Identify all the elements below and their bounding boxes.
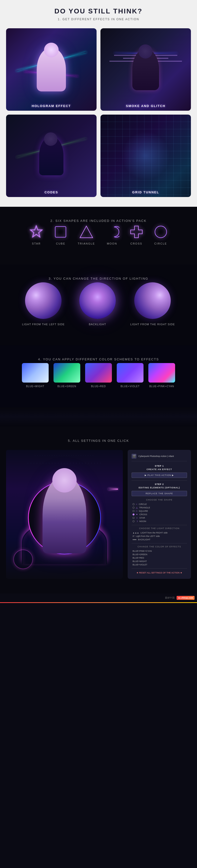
color-option-3: BLUE+RED (131, 556, 187, 560)
effect-hologram: HOLOGRAM EFFECT (6, 28, 96, 111)
panel-step1: STEP 1 (131, 465, 187, 467)
color-option-5: BLUE+VIOLET (131, 563, 187, 566)
photo-person (43, 475, 86, 554)
swatch-blue-pink-cyan-preview (148, 363, 175, 382)
swatch-blue-red-label: BLUE+RED (91, 385, 106, 388)
radio-circle[interactable] (132, 503, 134, 505)
settings-panel: 🎬 Cyberpunk Photoshop Action | Atlant ST… (128, 450, 191, 579)
circle-icon (154, 224, 168, 239)
effect-hologram-label: HOLOGRAM EFFECT (6, 104, 96, 108)
color-swatches: BLUE+WIGHT BLUE+GREEN BLUE+RED BLUE+VIOL… (7, 363, 190, 388)
sphere-back-label: BACKLIGHT (89, 323, 106, 326)
cube-icon (53, 224, 68, 239)
cube-label: CUBE (56, 242, 66, 245)
radio-triangle[interactable] (132, 507, 134, 508)
panel-step2: STEP 2 (131, 483, 187, 486)
sphere-left (25, 282, 62, 319)
shape-option-star: ☆ STAR (131, 516, 187, 520)
photo-content: · · · · · · · · · · · · · · · · · · · · … (6, 450, 123, 579)
swatch-blue-violet-label: BLUE+VIOLET (121, 385, 140, 388)
svg-point-3 (155, 226, 167, 238)
shape-triangle-item: TRIANGLE (78, 224, 95, 245)
shapes-section-number: 2. SIX SHAPES ARE INCLUDED IN ACTION'S P… (7, 219, 190, 223)
effect-smoke-label: SMOKE AND GLITCH (101, 104, 191, 108)
watermark: 素材中国 sc.chinaz.com (0, 593, 197, 602)
swatch-blue-red: BLUE+RED (85, 363, 112, 388)
swatch-blue-white-label: BLUE+WIGHT (26, 385, 44, 388)
moon-icon (105, 224, 119, 239)
shapes-row: STAR CUBE TRIANGLE MOON (7, 224, 190, 245)
shape-option-circle: ○ CIRCLE (131, 502, 187, 506)
section-colors: 4. YOU CAN APPLY DIFFERENT COLOR SCHEMES… (0, 345, 197, 407)
shape-star-item: STAR (29, 224, 43, 245)
circle-label: CIRCLE (154, 242, 167, 245)
radio-star[interactable] (132, 517, 134, 519)
triangle-label: TRIANGLE (78, 242, 95, 245)
panel-divider-3 (131, 543, 187, 544)
play-action-button[interactable]: ▶ PLAY THIS ACTION ▶ (131, 472, 187, 478)
light-option-back: ●●● BACKLIGHT (131, 538, 187, 541)
swatch-blue-pink-cyan-label: BLUE+PINK+CYAN (149, 385, 174, 388)
settings-container: · · · · · · · · · · · · · · · · · · · · … (6, 450, 191, 579)
shape-option-cross: ✦ CROSS (131, 513, 187, 516)
svg-rect-1 (55, 226, 66, 237)
swatch-blue-red-preview (85, 363, 112, 382)
radio-moon[interactable] (132, 520, 134, 522)
sphere-left-label: LIGHT from the LEFT side (22, 323, 65, 326)
sphere-right-label: LIGHT from the RIGHT side (130, 323, 175, 326)
color-section-label: CHANGE THE COLOR OF EFFECTS (131, 546, 187, 548)
lighting-section-number: 3. YOU CAN CHANGE THE DIRECTION OF LIGHT… (7, 277, 190, 280)
replace-shape-button[interactable]: REPLACE THE SHAPE (131, 491, 187, 496)
effect-codes: CODES (6, 115, 96, 197)
shape-option-circle-label: CIRCLE (139, 503, 147, 505)
shape-option-moon-label: MOON (140, 520, 146, 523)
swatch-blue-violet-preview (117, 363, 144, 382)
effects-grid: HOLOGRAM EFFECT SMOKE AND GLITCH (6, 28, 191, 197)
radio-square[interactable] (132, 510, 134, 512)
light-right-label: LIGHT from the RIGHT side (141, 531, 167, 534)
section-subtitle: 1. GET DIFFERENT EFFECTS IN ONE ACTION (5, 18, 192, 21)
light-option-right: ▲▲▲ LIGHT from the RIGHT side (131, 531, 187, 534)
panel-icon: 🎬 (131, 454, 136, 459)
swatch-blue-pink-cyan: BLUE+PINK+CYAN (148, 363, 175, 388)
shape-option-cross-label: CROSS (140, 513, 147, 516)
panel-title: Cyberpunk Photoshop Action | Atlant (139, 455, 174, 458)
swatch-blue-green-label: BLUE+GREEN (57, 385, 76, 388)
swatch-blue-green-preview (53, 363, 80, 382)
effect-codes-label: CODES (6, 190, 96, 194)
shape-circle-item: CIRCLE (154, 224, 168, 245)
panel-divider-1 (131, 480, 187, 480)
swatch-blue-white-preview (22, 363, 49, 382)
shape-section-label: CHOOSE THE SHAPE (131, 499, 187, 501)
panel-step1-title: CREATE AN EFFECT (131, 468, 187, 471)
shape-cross-item: CROSS (129, 224, 144, 245)
section-effects: DO YOU STILL THINK? 1. GET DIFFERENT EFF… (0, 0, 197, 207)
panel-divider-2 (131, 525, 187, 525)
effect-grid: GRID TUNNEL (101, 115, 191, 197)
sphere-right-item: LIGHT from the RIGHT side (130, 282, 175, 326)
shape-option-square-label: SQUARE (139, 510, 148, 512)
swatch-blue-green: BLUE+GREEN (53, 363, 80, 388)
spheres-row: LIGHT from the LEFT side BACKLIGHT LIGHT… (7, 282, 190, 326)
panel-step2-title: EDITING ELEMENTS (OPTIONAL) (131, 487, 187, 489)
light-left-label: Light from the LEFT side (136, 535, 160, 537)
watermark-logo: sc.chinaz.com (176, 596, 195, 600)
svg-marker-0 (30, 226, 42, 237)
swatch-blue-white: BLUE+WIGHT (22, 363, 49, 388)
light-option-left: /// Light from the LEFT side (131, 534, 187, 538)
shape-option-star-label: STAR (140, 517, 145, 519)
watermark-text: 素材中国 (165, 596, 174, 599)
shape-option-triangle: △ TRIANGLE (131, 506, 187, 509)
radio-cross[interactable] (132, 514, 134, 516)
section-settings: 5. ALL SETTINGS IN ONE CLICK · · · · · ·… (0, 427, 197, 593)
shape-moon-item: MOON (105, 224, 119, 245)
light-back-label: BACKLIGHT (138, 538, 150, 541)
sphere-right (134, 282, 171, 319)
settings-photo: · · · · · · · · · · · · · · · · · · · · … (6, 450, 123, 579)
color-option-2: BLUE+GREEN (131, 553, 187, 556)
section-lighting: 3. YOU CAN CHANGE THE DIRECTION OF LIGHT… (0, 265, 197, 345)
cross-icon (129, 224, 144, 239)
reset-button[interactable]: ★ RESET ALL SETTINGS OF THE ACTION ★ (131, 570, 187, 575)
colors-section-number: 4. YOU CAN APPLY DIFFERENT COLOR SCHEMES… (7, 358, 190, 361)
sphere-back (79, 282, 116, 319)
